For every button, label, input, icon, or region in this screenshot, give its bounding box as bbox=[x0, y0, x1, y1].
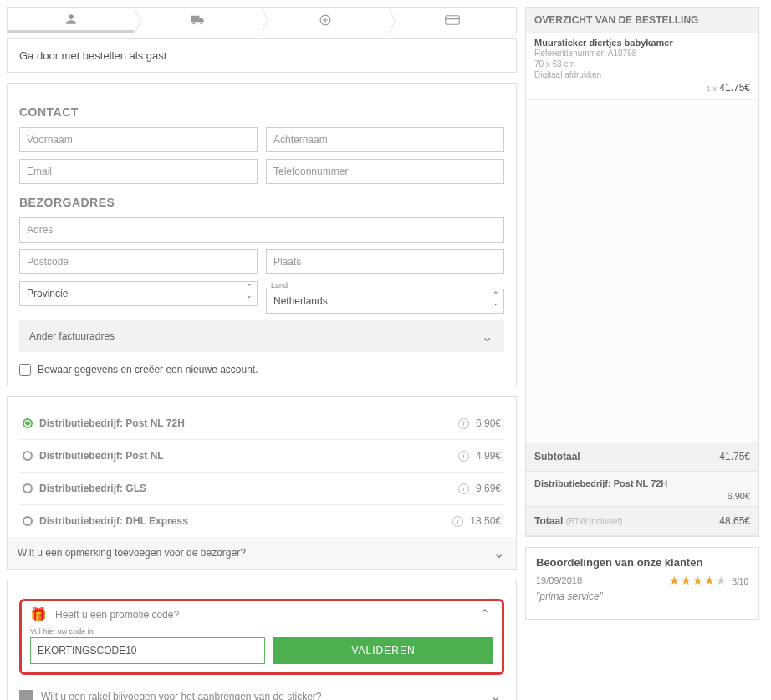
step-options[interactable] bbox=[262, 8, 389, 33]
chevron-up-icon: ⌃ bbox=[479, 606, 490, 622]
svg-point-0 bbox=[192, 22, 195, 24]
promo-header[interactable]: 🎁 Heeft u een promotie code? ⌃ bbox=[30, 606, 493, 622]
contact-address-panel: CONTACT BEZORGADRES Provincie Land bbox=[7, 83, 517, 386]
promo-highlight-box: 🎁 Heeft u een promotie code? ⌃ Vul hier … bbox=[19, 599, 504, 675]
guest-message: Ga door met bestellen als gast bbox=[19, 49, 504, 62]
review-score: 8/10 bbox=[733, 577, 748, 586]
shipping-option[interactable]: Distributiebedrijf: Post NL 72Hi6.90€ bbox=[19, 407, 504, 440]
firstname-input[interactable] bbox=[19, 127, 258, 152]
shipping-panel: Distributiebedrijf: Post NL 72Hi6.90€Dis… bbox=[7, 396, 517, 570]
promo-hint: Vul hier uw code in bbox=[30, 627, 493, 636]
promo-code-input[interactable] bbox=[30, 637, 265, 664]
svg-point-1 bbox=[200, 22, 202, 24]
shipping-option[interactable]: Distributiebedrijf: Post NLi4.99€ bbox=[19, 440, 504, 473]
rakel-toggle[interactable]: Wilt u een rakel bijvoegen voor het aanb… bbox=[19, 687, 504, 700]
svg-rect-3 bbox=[446, 16, 460, 25]
radio-icon bbox=[23, 451, 33, 461]
validate-button[interactable]: VALIDEREN bbox=[273, 637, 493, 664]
shipping-option[interactable]: Distributiebedrijf: DHL Expressi18.50€ bbox=[19, 505, 504, 537]
user-icon bbox=[65, 13, 77, 25]
save-account-row[interactable]: Bewaar gegevens en creëer een nieuwe acc… bbox=[19, 364, 504, 376]
summary-shipping-row: Distributiebedrijf: Post NL 72H 6.90€ bbox=[526, 472, 758, 507]
plus-circle-icon bbox=[319, 14, 331, 26]
radio-icon bbox=[23, 418, 33, 428]
guest-panel: Ga door met bestellen als gast bbox=[7, 38, 517, 73]
country-select[interactable]: Netherlands bbox=[266, 289, 504, 314]
chevron-down-icon: ⌄ bbox=[482, 329, 493, 345]
summary-item: Muursticker diertjes babykamer Referenti… bbox=[526, 33, 758, 100]
postcode-input[interactable] bbox=[19, 249, 258, 274]
subtotal-row: Subtotaal 41.75€ bbox=[526, 442, 758, 472]
shipping-option[interactable]: Distributiebedrijf: GLSi9.69€ bbox=[19, 473, 504, 505]
radio-icon bbox=[23, 516, 33, 526]
info-icon[interactable]: i bbox=[458, 451, 469, 462]
review-text: "prima service" bbox=[536, 590, 748, 602]
card-icon bbox=[445, 14, 460, 26]
chevron-down-icon: ⌄ bbox=[493, 545, 504, 561]
review-date: 19/09/2018 bbox=[536, 575, 582, 585]
step-delivery[interactable] bbox=[135, 8, 262, 33]
other-billing-toggle[interactable]: Ander factuuradres ⌄ bbox=[19, 320, 504, 352]
grand-total-row: Totaal (BTW inclusief) 48.65€ bbox=[526, 507, 758, 536]
address-input[interactable] bbox=[19, 217, 504, 243]
phone-input[interactable] bbox=[266, 159, 504, 184]
step-payment[interactable] bbox=[389, 8, 516, 33]
contact-title: CONTACT bbox=[19, 105, 504, 119]
carrier-comment-toggle[interactable]: Wilt u een opmerking toevoegen voor de b… bbox=[8, 537, 516, 569]
star-rating: ★★★★★ bbox=[669, 574, 728, 587]
reviews-title: Beoordelingen van onze klanten bbox=[536, 556, 748, 569]
reviews-panel: Beoordelingen van onze klanten 19/09/201… bbox=[525, 547, 759, 620]
email-input[interactable] bbox=[19, 159, 258, 184]
summary-spacer bbox=[526, 100, 758, 442]
step-account[interactable] bbox=[8, 8, 135, 33]
lastname-input[interactable] bbox=[266, 127, 504, 152]
svg-rect-4 bbox=[446, 18, 460, 19]
info-icon[interactable]: i bbox=[458, 418, 469, 429]
checkout-steps bbox=[7, 7, 517, 33]
gift-icon: 🎁 bbox=[30, 606, 47, 622]
order-summary: OVERZICHT VAN DE BESTELLING Muursticker … bbox=[525, 7, 759, 537]
squeegee-icon bbox=[19, 690, 33, 700]
delivery-title: BEZORGADRES bbox=[19, 196, 504, 209]
chevron-down-icon: ⌄ bbox=[490, 688, 501, 700]
truck-icon bbox=[191, 14, 206, 26]
save-account-checkbox[interactable] bbox=[19, 364, 31, 376]
city-input[interactable] bbox=[266, 249, 504, 274]
radio-icon bbox=[23, 483, 33, 493]
province-select[interactable]: Provincie bbox=[19, 281, 258, 306]
extras-panel: 🎁 Heeft u een promotie code? ⌃ Vul hier … bbox=[7, 580, 517, 700]
info-icon[interactable]: i bbox=[452, 516, 463, 527]
summary-title: OVERZICHT VAN DE BESTELLING bbox=[526, 8, 758, 33]
info-icon[interactable]: i bbox=[458, 483, 469, 494]
